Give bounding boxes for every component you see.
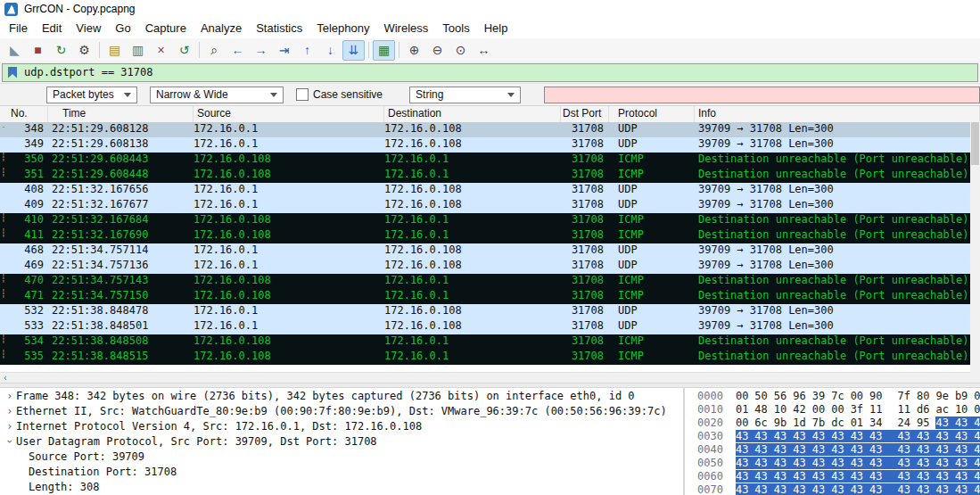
hex-byte[interactable]: 43 [955,417,974,429]
filter-bookmark-icon[interactable] [8,67,17,78]
hex-byte[interactable]: 43 [851,443,869,456]
hex-byte[interactable]: 24 [898,417,917,429]
hex-byte[interactable]: 43 [935,470,954,483]
column-header-info[interactable]: Info [695,106,980,122]
expander-icon[interactable]: › [4,420,16,433]
hex-byte[interactable]: 11 [869,403,897,416]
hex-byte[interactable]: 43 [754,457,773,469]
detail-line[interactable]: Length: 308 [0,481,683,495]
hex-byte[interactable]: 34 [869,417,897,429]
hex-byte[interactable]: 43 [793,443,811,456]
hex-byte[interactable]: 43 [851,430,869,442]
hex-byte[interactable]: 95 [917,417,935,429]
hex-byte[interactable]: 43 [898,443,917,456]
hex-byte[interactable]: 43 [812,483,831,495]
start-capture-button[interactable]: ◣ [4,40,26,61]
hex-byte[interactable]: 10 [774,403,793,416]
hex-byte[interactable]: 43 [917,443,935,456]
hex-byte[interactable]: 43 [774,443,793,456]
hex-byte[interactable]: 43 [869,443,897,456]
search-charset-select[interactable]: Narrow & Wide [150,87,284,103]
hex-byte[interactable]: 43 [774,430,793,442]
hex-byte[interactable]: 43 [869,430,897,442]
hex-byte[interactable]: 01 [736,403,754,416]
hex-byte[interactable]: 48 [754,403,773,416]
hex-byte[interactable]: 11 [898,403,917,416]
packet-row[interactable]: 46822:51:34.757114172.16.0.1172.16.0.108… [0,243,970,259]
hex-byte[interactable]: 43 [955,443,974,456]
hex-byte[interactable]: b9 [955,390,974,402]
hex-byte[interactable]: 7f [898,390,917,402]
hex-byte[interactable]: 56 [774,390,793,402]
hex-byte[interactable]: 43 [736,470,754,483]
hex-byte[interactable]: 9b [774,417,793,429]
hex-byte[interactable]: 42 [793,403,811,416]
packet-row[interactable]: 40922:51:32.167677172.16.0.1172.16.0.108… [0,198,970,213]
hex-byte[interactable]: 43 [754,483,773,495]
hex-byte[interactable]: 50 [754,390,773,402]
hex-byte[interactable]: 43 [898,483,917,495]
hex-byte[interactable]: 43 [974,483,980,495]
hex-byte[interactable]: 3f [851,403,869,416]
restart-capture-button[interactable]: ↻ [50,40,72,61]
hex-byte[interactable]: 39 [812,390,831,402]
packet-row[interactable]: ┆35022:51:29.608443172.16.0.108172.16.0.… [0,153,970,168]
packet-row[interactable]: ┆35122:51:29.608448172.16.0.108172.16.0.… [0,168,970,183]
hex-byte[interactable]: 00 [812,403,831,416]
column-header-time[interactable]: Time [48,106,194,122]
hex-byte[interactable]: 43 [831,443,850,456]
hex-byte[interactable]: 43 [898,430,917,442]
hex-byte[interactable]: 43 [917,457,935,469]
packet-row[interactable]: ┆41022:51:32.167684172.16.0.108172.16.0.… [0,213,970,228]
hex-byte[interactable]: 43 [955,483,974,495]
stop-capture-button[interactable]: ■ [27,40,49,61]
hex-byte[interactable]: 43 [812,430,831,442]
column-header-proto[interactable]: Protocol [609,106,695,122]
hex-byte[interactable]: 43 [736,483,754,495]
menu-analyze[interactable]: Analyze [194,19,249,37]
hex-byte[interactable]: 43 [736,443,754,456]
capture-options-button[interactable]: ⚙ [73,40,95,61]
detail-line[interactable]: ›Ethernet II, Src: WatchGuardTe_80:9e:b9… [0,405,683,420]
hex-byte[interactable]: 43 [935,457,954,469]
hex-byte[interactable]: 43 [793,430,811,442]
case-sensitive-checkbox[interactable] [296,88,309,101]
hex-byte[interactable]: 43 [774,483,793,495]
expander-icon[interactable]: › [4,435,16,448]
hex-byte[interactable]: 43 [917,483,935,495]
search-type-select[interactable]: String [409,87,521,103]
column-header-src[interactable]: Source [194,106,384,122]
hex-byte[interactable]: 90 [869,390,897,402]
hex-byte[interactable]: d6 [917,403,935,416]
menu-capture[interactable]: Capture [138,19,194,37]
packet-list-vscrollbar[interactable] [970,122,980,383]
hex-byte[interactable]: 43 [955,430,974,442]
menu-go[interactable]: Go [108,19,137,37]
hex-byte[interactable]: 43 [736,457,754,469]
hex-row[interactable]: 00100148104200003f1111d6ac1000 [697,403,980,417]
hex-byte[interactable]: 43 [974,417,980,429]
hex-byte[interactable]: 43 [812,470,831,483]
packet-row[interactable]: ┆53422:51:38.848508172.16.0.108172.16.0.… [0,334,970,350]
go-to-packet-button[interactable]: ⇥ [273,40,295,61]
resize-columns-button[interactable]: ↔ [473,40,495,61]
expander-icon[interactable]: › [4,405,16,417]
detail-line[interactable]: ›User Datagram Protocol, Src Port: 39709… [0,435,683,450]
hex-byte[interactable]: ac [935,403,954,416]
packet-list-hscrollbar[interactable]: ‹ [0,372,970,383]
menu-telephony[interactable]: Telephony [309,19,376,37]
hex-byte[interactable]: 43 [793,470,811,483]
zoom-in-button[interactable]: ⊕ [403,40,425,61]
hex-byte[interactable]: 00 [736,390,754,402]
hex-byte[interactable]: 43 [917,470,935,483]
hex-byte[interactable]: 43 [774,470,793,483]
column-header-dst[interactable]: Destination [384,106,561,122]
save-file-button[interactable]: ▥ [127,40,149,61]
hex-byte[interactable]: 43 [831,483,850,495]
hex-byte[interactable]: 43 [935,430,954,442]
hex-byte[interactable]: 43 [736,430,754,442]
menu-help[interactable]: Help [477,19,515,37]
hex-byte[interactable]: 43 [831,430,850,442]
menu-wireless[interactable]: Wireless [376,19,435,37]
reload-file-button[interactable]: ↺ [173,40,195,61]
